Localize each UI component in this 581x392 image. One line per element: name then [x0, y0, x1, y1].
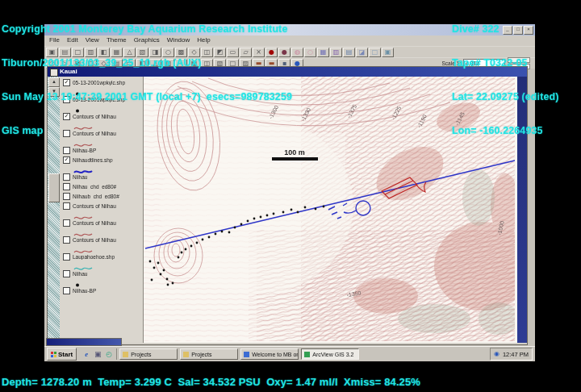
- layer-label[interactable]: Laupahoehoe.shp: [73, 254, 115, 260]
- toolbar-button[interactable]: ◪: [356, 48, 368, 57]
- show-desktop-icon[interactable]: ▣: [93, 349, 102, 359]
- toc-layer-item[interactable]: Niihau_chd_ed80#: [63, 183, 141, 190]
- task-button-label: Welcome to MB on th...: [252, 352, 299, 357]
- task-button-label: ArcView GIS 3.2: [312, 352, 353, 357]
- toolbar-button[interactable]: ▤: [343, 48, 355, 57]
- layer-symbol-point: [73, 277, 141, 285]
- layer-label[interactable]: Niihau: [73, 174, 87, 180]
- toc-layer-item[interactable]: Niihau: [63, 173, 141, 181]
- start-label: Start: [58, 351, 73, 358]
- task-button-folder[interactable]: Projects: [119, 348, 178, 360]
- toc-layer-item[interactable]: ✓Niihaudtlines.shp: [63, 156, 141, 171]
- layer-checkbox[interactable]: [63, 219, 70, 227]
- toolbar-button[interactable]: □: [369, 48, 381, 57]
- taskbar-clock: 12:47 PM: [503, 351, 529, 358]
- overlay-tape-path: Tiburon/2001/133/03_39_25_10.rgb (AUX): [2, 57, 292, 69]
- task-buttons: ProjectsProjectsWelcome to MB on th...Ar…: [119, 348, 487, 360]
- layer-checkbox[interactable]: [63, 270, 70, 277]
- toc-layer-item[interactable]: Laupahoehoe.shp: [63, 253, 141, 268]
- layer-checkbox[interactable]: [63, 173, 70, 181]
- overlay-latitude: Lat= 22.09275 (edited): [452, 91, 558, 102]
- overlay-longitude: Lon= -160.2264935: [452, 125, 558, 136]
- volume-icon[interactable]: ◉: [494, 350, 499, 358]
- windows-taskbar: Start e ▣ ◴ ProjectsProjectsWelcome to M…: [44, 346, 535, 361]
- toc-layer-item[interactable]: Niihaub_chd_ed80#: [63, 193, 141, 200]
- task-button-label: Projects: [191, 352, 211, 357]
- windows-logo-icon: [51, 352, 56, 357]
- map-scalebar-label: 100 m: [284, 148, 305, 156]
- scrollbar-thumb[interactable]: [48, 173, 60, 202]
- video-overlay-top-right: Dive# 322 Tape# T0322-05 Lat= 22.09275 (…: [452, 1, 558, 148]
- layer-symbol-red: [73, 244, 141, 251]
- layer-checkbox[interactable]: ✓: [63, 156, 70, 164]
- video-overlay-telemetry: Depth= 1278.20 m Temp= 3.299 C Sal= 34.5…: [2, 377, 420, 388]
- task-button-label: Projects: [131, 352, 151, 357]
- toolbar-button[interactable]: ○: [304, 48, 316, 57]
- toc-layer-item[interactable]: Niihau-BP: [63, 147, 141, 154]
- overlay-gis-map-label: GIS map: [2, 125, 292, 136]
- layer-label[interactable]: Niihau-BP: [73, 148, 96, 153]
- globe-icon: [244, 352, 249, 357]
- folder-icon: [183, 352, 189, 357]
- toolbar-button[interactable]: ▣: [382, 48, 394, 57]
- channels-icon[interactable]: ◴: [104, 349, 114, 359]
- folder-icon: [123, 352, 128, 357]
- layer-symbol-cyan: [73, 261, 141, 268]
- layer-label[interactable]: Niihaudtlines.shp: [73, 157, 113, 163]
- layer-label[interactable]: Contours of Niihau: [73, 237, 116, 243]
- toolbar-button[interactable]: ▥: [330, 48, 342, 57]
- layer-checkbox[interactable]: [63, 287, 70, 294]
- layer-checkbox[interactable]: [63, 253, 70, 261]
- layer-label[interactable]: Niihau: [73, 271, 87, 277]
- overlay-dive-number: Dive# 322: [452, 23, 558, 35]
- task-button-arcview[interactable]: ArcView GIS 3.2: [301, 348, 359, 360]
- toc-layer-item[interactable]: Contours of Niihau: [63, 236, 141, 251]
- layer-checkbox[interactable]: [63, 202, 70, 210]
- toolbar-button[interactable]: ◍: [291, 48, 303, 57]
- toc-layer-item[interactable]: Contours of Niihau: [63, 202, 141, 217]
- layer-symbol-blue: [73, 164, 141, 171]
- layer-checkbox[interactable]: [63, 147, 70, 154]
- task-button-folder[interactable]: Projects: [180, 348, 238, 360]
- layer-label[interactable]: Niihau-BP: [73, 288, 96, 294]
- map-scalebar: [272, 157, 318, 161]
- system-tray: ◉ 12:47 PM: [490, 348, 533, 361]
- arcview-icon: [304, 352, 310, 357]
- overlay-tape-number: Tape# T0322-05: [452, 57, 558, 69]
- layer-checkbox[interactable]: [63, 193, 70, 200]
- overlay-copyright: Copyright 2001 Monterey Bay Aquarium Res…: [2, 23, 292, 35]
- layer-label[interactable]: Contours of Niihau: [73, 203, 116, 209]
- layer-checkbox[interactable]: [63, 236, 70, 244]
- toc-layer-item[interactable]: Contours of Niihau: [63, 219, 141, 234]
- quick-launch: e ▣ ◴: [79, 348, 117, 360]
- layer-checkbox[interactable]: [63, 183, 70, 190]
- layer-label[interactable]: Contours of Niihau: [73, 220, 116, 226]
- toc-layer-item[interactable]: Niihau-BP: [63, 287, 141, 294]
- overlay-timestamp: Sun May 13 19:47:39 2001 GMT (local +7) …: [2, 91, 292, 102]
- video-overlay-top-left: Copyright 2001 Monterey Bay Aquarium Res…: [2, 1, 292, 148]
- layer-symbol-red: [73, 210, 141, 217]
- layer-label[interactable]: Niihau_chd_ed80#: [73, 184, 116, 190]
- layer-label[interactable]: Niihaub_chd_ed80#: [73, 194, 119, 199]
- toc-layer-item[interactable]: Niihau: [63, 270, 141, 285]
- minimized-window-bar[interactable]: [46, 338, 122, 346]
- toolbar-button[interactable]: ▦: [317, 48, 329, 57]
- start-button[interactable]: Start: [47, 348, 77, 361]
- ie-icon[interactable]: e: [82, 349, 91, 359]
- task-button-globe[interactable]: Welcome to MB on th...: [240, 348, 299, 360]
- layer-symbol-red: [73, 227, 141, 234]
